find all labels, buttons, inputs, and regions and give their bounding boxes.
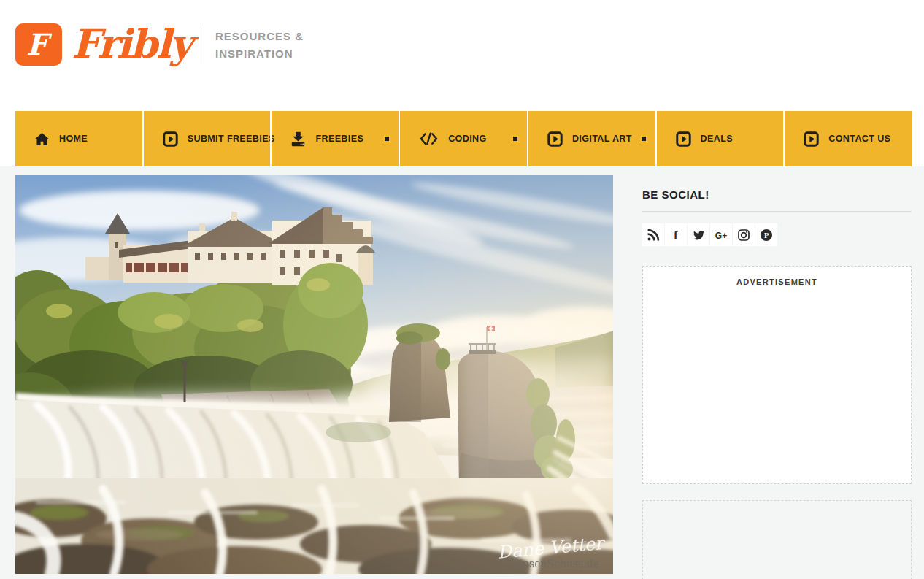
site-header: F Fribly RESOURCES & INSPIRATION xyxy=(0,0,924,111)
ad-box-primary: ADVERTISEMENT xyxy=(642,266,912,484)
main-nav: HOME SUBMIT FREEBIES FREEBIES CODING xyxy=(15,111,912,166)
nav-item-submit-freebies[interactable]: SUBMIT FREEBIES xyxy=(142,111,271,166)
nav-label: SUBMIT FREEBIES xyxy=(188,134,275,144)
nav-label: CODING xyxy=(448,134,486,144)
nav-item-coding[interactable]: CODING xyxy=(399,111,527,166)
advertisement-label: ADVERTISEMENT xyxy=(643,277,911,286)
code-icon xyxy=(419,131,439,146)
twitter-link[interactable] xyxy=(688,223,709,246)
nav-label: DIGITAL ART xyxy=(572,134,632,144)
caret-square-right-icon xyxy=(547,131,563,147)
featured-photo[interactable]: Dane Vetter LinsenSchuss.de xyxy=(15,175,613,574)
google-plus-link[interactable]: G+ xyxy=(710,223,732,246)
fribly-homepage: F Fribly RESOURCES & INSPIRATION HOME SU… xyxy=(0,0,924,579)
ad-box-secondary xyxy=(642,500,912,579)
google-plus-icon: G+ xyxy=(713,229,729,242)
logo-wordmark: Fribly xyxy=(72,23,191,64)
twitter-icon xyxy=(692,229,705,242)
caret-square-right-icon xyxy=(163,131,178,147)
dropdown-indicator-icon xyxy=(642,137,646,141)
nav-label: HOME xyxy=(59,134,88,144)
social-links: f G+ xyxy=(642,223,777,246)
nav-item-deals[interactable]: DEALS xyxy=(655,111,784,166)
facebook-link[interactable]: f xyxy=(665,223,687,246)
pinterest-link[interactable]: P xyxy=(755,223,777,246)
logo-f-icon: F xyxy=(15,23,62,66)
watermark-url: LinsenSchuss.de xyxy=(512,558,599,570)
rss-link[interactable] xyxy=(642,223,664,246)
home-icon xyxy=(34,132,50,146)
rss-icon xyxy=(647,229,660,242)
logo-f-glyph: F xyxy=(26,30,50,59)
instagram-link[interactable] xyxy=(733,223,755,246)
nav-label: DEALS xyxy=(701,134,733,144)
logo[interactable]: F Fribly xyxy=(15,23,191,66)
nav-item-digital-art[interactable]: DIGITAL ART xyxy=(527,111,655,166)
be-social-heading: BE SOCIAL! xyxy=(642,188,912,201)
download-icon xyxy=(290,131,306,147)
tagline-line-2: INSPIRATION xyxy=(215,45,304,63)
site-tagline: RESOURCES & INSPIRATION xyxy=(215,23,304,63)
svg-text:G+: G+ xyxy=(715,230,727,240)
dropdown-indicator-icon xyxy=(513,137,517,141)
tagline-line-1: RESOURCES & xyxy=(215,28,304,45)
main-content: Dane Vetter LinsenSchuss.de BE SOCIAL! xyxy=(0,166,924,579)
svg-text:f: f xyxy=(674,229,678,241)
nav-label: FREEBIES xyxy=(315,134,363,144)
instagram-icon xyxy=(737,229,750,242)
photo-haze xyxy=(461,321,613,496)
svg-text:P: P xyxy=(764,231,769,239)
nav-item-freebies[interactable]: FREEBIES xyxy=(270,111,399,166)
nav-label: CONTACT US xyxy=(828,134,890,144)
caret-square-right-icon xyxy=(804,131,819,147)
nav-item-contact-us[interactable]: CONTACT US xyxy=(783,111,912,166)
pinterest-icon: P xyxy=(760,229,773,242)
sidebar: BE SOCIAL! f xyxy=(642,175,912,579)
caret-square-right-icon xyxy=(676,131,691,147)
dropdown-indicator-icon xyxy=(385,137,389,141)
nav-item-home[interactable]: HOME xyxy=(15,111,142,166)
logo-divider xyxy=(204,26,204,64)
facebook-icon: f xyxy=(669,229,682,242)
sidebar-divider xyxy=(642,211,912,212)
